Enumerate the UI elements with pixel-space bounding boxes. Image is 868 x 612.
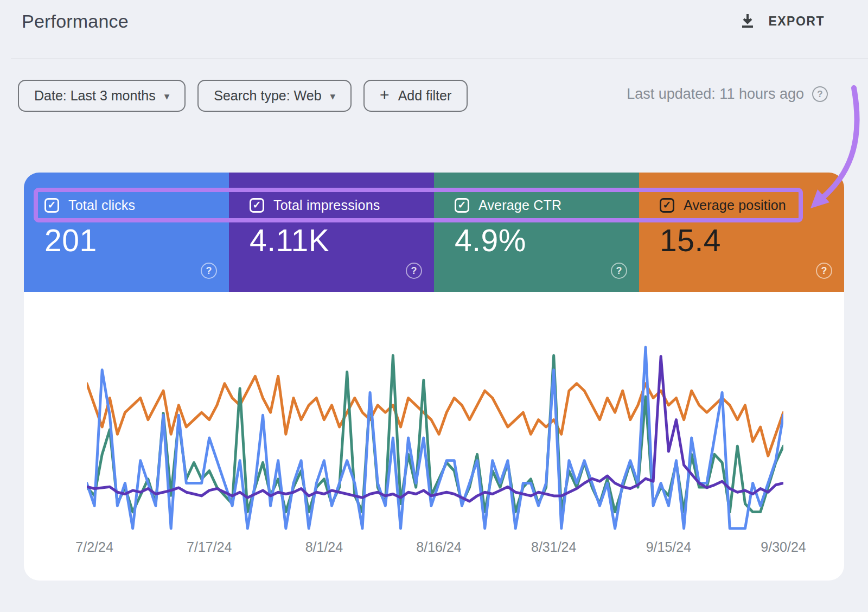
- x-axis-label: 9/15/24: [630, 539, 706, 555]
- add-filter-chip[interactable]: + Add filter: [363, 80, 468, 112]
- card-value: 201: [44, 222, 97, 258]
- x-axis-label: 8/31/24: [516, 539, 592, 555]
- last-updated: Last updated: 11 hours ago ?: [627, 86, 828, 103]
- card-label: Average position: [684, 197, 786, 213]
- card-value: 4.9%: [455, 222, 526, 258]
- metric-toggle[interactable]: ✓ Average CTR: [455, 197, 561, 213]
- page-title: Performance: [22, 11, 129, 32]
- plus-icon: +: [380, 86, 390, 104]
- checkbox-checked-icon[interactable]: ✓: [660, 198, 674, 213]
- download-icon: [740, 13, 755, 29]
- performance-panel: ✓ Total clicks 201 ? ✓ Total impressions…: [24, 173, 844, 581]
- add-filter-label: Add filter: [398, 88, 452, 104]
- card-average-position[interactable]: ✓ Average position 15.4 ?: [639, 173, 844, 292]
- export-button[interactable]: EXPORT: [740, 13, 825, 29]
- help-icon[interactable]: ?: [816, 263, 832, 279]
- search-type-label: Search type: Web: [214, 88, 321, 104]
- help-icon[interactable]: ?: [406, 263, 422, 279]
- card-total-clicks[interactable]: ✓ Total clicks 201 ?: [24, 173, 229, 292]
- x-axis-label: 8/1/24: [286, 539, 362, 555]
- date-filter-label: Date: Last 3 months: [34, 88, 156, 104]
- x-axis-label: 7/2/24: [56, 539, 132, 555]
- filter-row: Date: Last 3 months ▾ Search type: Web ▾…: [18, 80, 468, 112]
- header-divider: [11, 58, 868, 59]
- card-label: Total clicks: [68, 197, 135, 213]
- help-icon[interactable]: ?: [812, 86, 828, 102]
- series-average-position: [87, 376, 783, 456]
- checkbox-checked-icon[interactable]: ✓: [250, 198, 264, 213]
- checkbox-checked-icon[interactable]: ✓: [455, 198, 469, 213]
- export-label: EXPORT: [768, 14, 825, 29]
- card-value: 15.4: [660, 222, 721, 258]
- performance-page: { "header": { "title": "Performance", "e…: [0, 0, 868, 612]
- x-axis-label: 9/30/24: [745, 539, 821, 555]
- metric-toggle[interactable]: ✓ Total clicks: [44, 197, 135, 213]
- card-label: Total impressions: [273, 197, 380, 213]
- card-value: 4.11K: [250, 222, 329, 258]
- x-axis: 7/2/247/17/248/1/248/16/248/31/249/15/24…: [24, 539, 844, 561]
- x-axis-label: 7/17/24: [171, 539, 247, 555]
- search-type-filter-chip[interactable]: Search type: Web ▾: [197, 80, 352, 112]
- caret-down-icon: ▾: [164, 90, 170, 103]
- help-icon[interactable]: ?: [201, 263, 217, 279]
- performance-line-chart[interactable]: [87, 345, 783, 531]
- x-axis-label: 8/16/24: [401, 539, 477, 555]
- card-total-impressions[interactable]: ✓ Total impressions 4.11K ?: [229, 173, 434, 292]
- metric-cards: ✓ Total clicks 201 ? ✓ Total impressions…: [24, 173, 844, 292]
- metric-toggle[interactable]: ✓ Average position: [660, 197, 786, 213]
- date-filter-chip[interactable]: Date: Last 3 months ▾: [18, 80, 186, 112]
- caret-down-icon: ▾: [330, 90, 336, 103]
- checkbox-checked-icon[interactable]: ✓: [44, 198, 59, 213]
- last-updated-text: Last updated: 11 hours ago: [627, 86, 804, 103]
- card-average-ctr[interactable]: ✓ Average CTR 4.9% ?: [434, 173, 639, 292]
- metric-toggle[interactable]: ✓ Total impressions: [250, 197, 380, 213]
- help-icon[interactable]: ?: [611, 263, 627, 279]
- card-label: Average CTR: [478, 197, 561, 213]
